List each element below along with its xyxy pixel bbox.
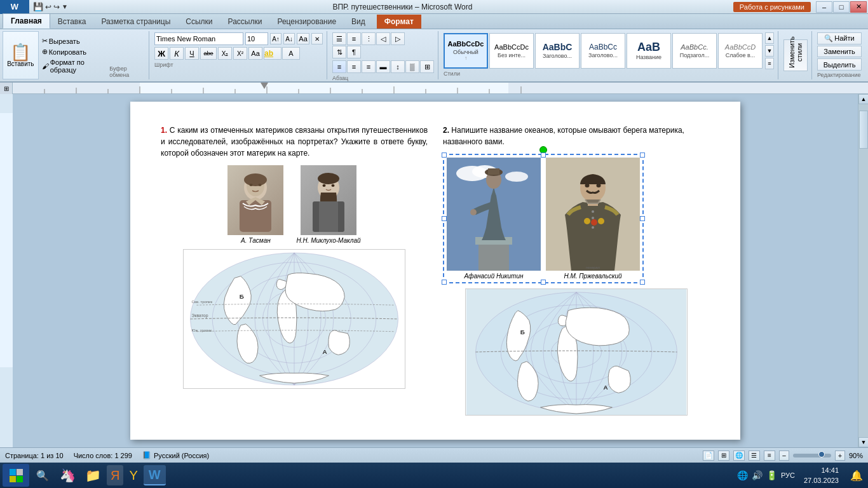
style-no-spacing[interactable]: AaBbCcDc Без инте... (489, 33, 534, 69)
decrease-indent-button[interactable]: ◁ (376, 32, 390, 45)
strikethrough-button[interactable]: abe (200, 47, 217, 60)
underline-button[interactable]: Ч (185, 47, 199, 60)
full-screen-button[interactable]: ⊞ (718, 451, 729, 461)
scroll-down-button[interactable]: ▼ (858, 437, 868, 447)
handle-tm[interactable] (541, 152, 546, 158)
redo-qa-icon[interactable]: ↪ (53, 3, 60, 11)
tab-insert[interactable]: Вставка (50, 15, 94, 29)
customize-qa-icon[interactable]: ▼ (62, 3, 68, 10)
align-center-button[interactable]: ≡ (347, 60, 361, 73)
style-subtitle[interactable]: AaBbCc. Подзагол... (672, 33, 717, 69)
style-subtle-emphasis[interactable]: AaBbCcD Слабое в... (718, 33, 763, 69)
sort-button[interactable]: ⇅ (332, 46, 346, 58)
notification-button[interactable]: 🔔 (848, 466, 865, 484)
handle-mr[interactable] (640, 216, 645, 221)
maximize-button[interactable]: □ (833, 1, 850, 13)
undo-qa-icon[interactable]: ↩ (45, 3, 51, 11)
change-case-button[interactable]: Аа (297, 33, 309, 44)
tab-home[interactable]: Главная (3, 13, 50, 29)
tab-format[interactable]: Формат (377, 15, 421, 29)
network-tray-icon[interactable]: 🌐 (737, 470, 748, 480)
scrollbar-thumb[interactable] (859, 111, 868, 149)
copy-button[interactable]: ⊕Копировать (41, 47, 108, 57)
zoom-in-button[interactable]: + (835, 451, 845, 461)
justify-button[interactable]: ▬ (376, 60, 390, 73)
style-title[interactable]: АаВ Название (627, 33, 671, 69)
scroll-up-button[interactable]: ▲ (858, 94, 868, 104)
handle-bl[interactable] (442, 280, 447, 285)
style-normal[interactable]: AaBbCcDc Обычный ↑ (444, 33, 488, 69)
change-styles-button[interactable]: Изменить стили (783, 39, 808, 71)
italic-button[interactable]: К (170, 47, 184, 60)
font-size-down-button[interactable]: A↓ (283, 33, 295, 44)
border-button[interactable]: ⊞ (420, 60, 434, 73)
language-tray[interactable]: РУС (781, 471, 795, 479)
bullets-button[interactable]: ☰ (332, 32, 346, 45)
align-right-button[interactable]: ≡ (362, 60, 376, 73)
taskbar-app-2[interactable]: 📁 (81, 465, 105, 485)
style-heading1[interactable]: AaBbC Заголово... (535, 33, 580, 69)
font-name-input[interactable] (154, 32, 243, 45)
taskbar-app-1[interactable]: 🦄 (56, 465, 79, 485)
ruler-corner[interactable]: ⊞ (0, 83, 13, 94)
start-button[interactable] (3, 464, 29, 487)
multilevel-button[interactable]: ⋮ (362, 32, 376, 45)
bold-button[interactable]: Ж (154, 47, 168, 60)
subscript-button[interactable]: X₂ (218, 47, 232, 60)
tab-references[interactable]: Ссылки (178, 15, 220, 29)
styles-scroll-down[interactable]: ▼ (765, 45, 774, 57)
cut-button[interactable]: ✂Вырезать (41, 36, 108, 46)
print-view-button[interactable]: 📄 (703, 451, 714, 461)
line-spacing-button[interactable]: ↕ (391, 60, 405, 73)
handle-br[interactable] (640, 280, 645, 285)
web-view-button[interactable]: 🌐 (733, 451, 745, 461)
zoom-out-button[interactable]: − (779, 451, 789, 461)
selected-image-container[interactable]: Афанасий Никитин (443, 154, 644, 283)
taskbar-app-4[interactable]: Y (125, 465, 141, 485)
language-indicator[interactable]: 📘 Русский (Россия) (142, 451, 209, 459)
align-left-button[interactable]: ≡ (332, 60, 346, 73)
close-button[interactable]: ✕ (850, 1, 867, 13)
clear-format-button[interactable]: ✕ (311, 33, 323, 44)
superscript-button[interactable]: X² (233, 47, 247, 60)
minimize-button[interactable]: – (816, 1, 832, 13)
font-size-up-button[interactable]: A↑ (270, 33, 281, 44)
select-button[interactable]: Выделить (817, 58, 862, 71)
tab-layout[interactable]: Разметка страницы (93, 15, 178, 29)
scrollbar-track[interactable] (858, 104, 868, 437)
find-button[interactable]: 🔍Найти (817, 32, 862, 44)
office-logo[interactable]: W (0, 0, 29, 14)
taskbar-word-app[interactable]: W (144, 465, 166, 485)
numbering-button[interactable]: ≡ (347, 32, 361, 45)
styles-more[interactable]: ≡ (765, 58, 774, 69)
text-effects-button[interactable]: Аа (248, 47, 262, 60)
taskbar-app-3[interactable]: Я (107, 465, 123, 485)
font-color-button[interactable]: A (282, 47, 300, 60)
styles-scroll-up[interactable]: ▲ (765, 32, 774, 44)
zoom-thumb[interactable] (818, 451, 825, 458)
search-taskbar-button[interactable]: 🔍 (31, 465, 54, 485)
tab-review[interactable]: Рецензирование (269, 15, 344, 29)
zoom-slider[interactable] (793, 454, 831, 458)
save-qa-icon[interactable]: 💾 (33, 2, 43, 11)
volume-tray-icon[interactable]: 🔊 (752, 470, 763, 480)
paste-button[interactable]: 📋 Вставить (3, 31, 39, 79)
battery-tray-icon[interactable]: 🔋 (766, 470, 777, 480)
highlight-color-button[interactable]: ab (264, 47, 281, 60)
font-size-input[interactable] (245, 32, 268, 45)
tab-view[interactable]: Вид (344, 15, 373, 29)
outline-view-button[interactable]: ☰ (749, 451, 760, 461)
replace-button[interactable]: Заменить (817, 46, 862, 58)
handle-tl[interactable] (442, 152, 447, 158)
shading-button[interactable]: ▒ (405, 60, 419, 73)
tab-mailings[interactable]: Рассылки (220, 15, 270, 29)
format-painter-button[interactable]: 🖌Формат по образцу (41, 58, 108, 74)
handle-ml[interactable] (442, 216, 447, 221)
handle-tr[interactable] (640, 152, 645, 158)
clock[interactable]: 14:41 27.03.2023 (800, 465, 843, 486)
style-heading2[interactable]: AaBbCc Заголово... (581, 33, 625, 69)
handle-bm[interactable] (541, 280, 546, 285)
show-marks-button[interactable]: ¶ (347, 46, 361, 58)
draft-view-button[interactable]: ≡ (764, 451, 775, 461)
increase-indent-button[interactable]: ▷ (391, 32, 405, 45)
